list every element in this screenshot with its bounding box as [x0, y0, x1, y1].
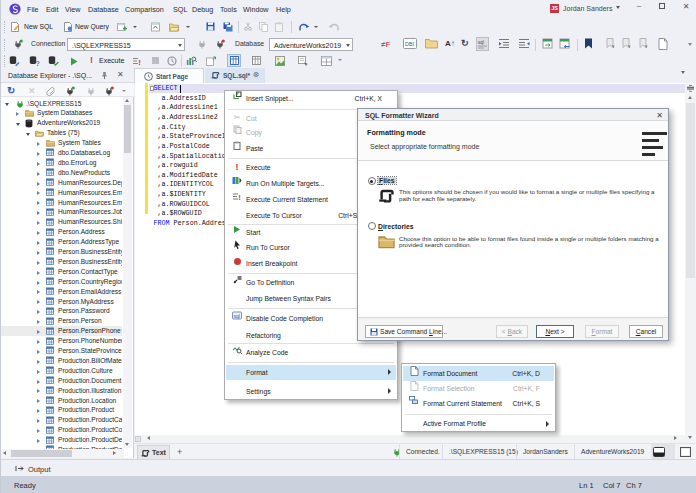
svg-text:sql: sql: [478, 40, 484, 45]
svg-text:!: !: [238, 193, 241, 201]
svg-text:?: ?: [36, 60, 40, 66]
svg-text:!: !: [138, 58, 141, 66]
svg-text:DBI: DBI: [405, 41, 415, 47]
svg-text:sql: sql: [234, 312, 240, 318]
